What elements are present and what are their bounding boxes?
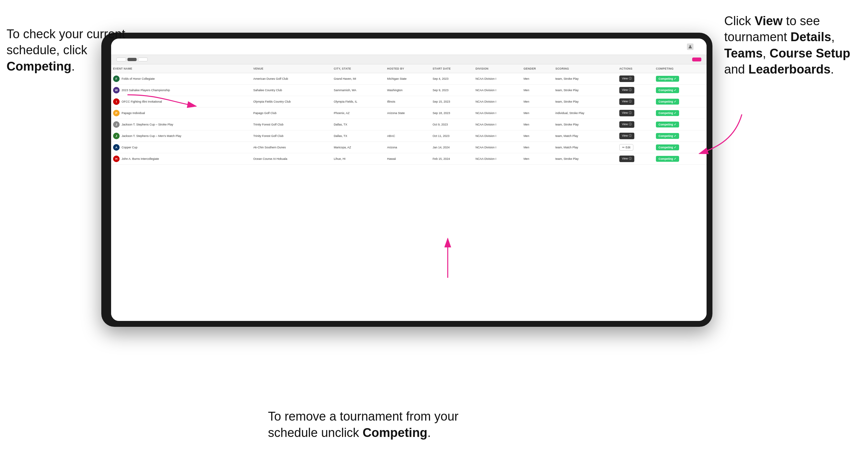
competing-badge[interactable]: Competing ✓	[656, 133, 679, 139]
start-date: Sep 4, 2023	[431, 73, 473, 85]
city-state: Dallas, TX	[332, 130, 385, 142]
team-logo: I	[113, 98, 120, 105]
gender: Men	[522, 119, 554, 130]
col-gender: GENDER	[522, 64, 554, 73]
event-name: Jackson T. Stephens Cup – Men's Match Pl…	[122, 134, 181, 137]
event-name-cell: J Jackson T. Stephens Cup – Men's Match …	[111, 130, 251, 142]
start-date: Sep 9, 2023	[431, 85, 473, 96]
event-name: John A. Burns Intercollegiate	[122, 157, 159, 160]
tab-all[interactable]	[138, 58, 148, 61]
gender: Men	[522, 85, 554, 96]
division: NCAA Division I	[473, 96, 522, 107]
competing-badge[interactable]: Competing ✓	[656, 122, 679, 127]
city-state: Lihue, HI	[332, 153, 385, 165]
hosted-by: Arizona State	[385, 107, 431, 119]
view-button[interactable]: View ⓘ	[619, 121, 634, 128]
hosted-by: Illinois	[385, 96, 431, 107]
table-row: F Folds of Honor Collegiate American Dun…	[111, 73, 707, 85]
tablet-frame: EVENT NAME VENUE CITY, STATE HOSTED BY S…	[101, 33, 712, 327]
competing-badge[interactable]: Competing ✓	[656, 145, 679, 150]
view-button[interactable]: View ⓘ	[619, 110, 634, 116]
view-button[interactable]: View ⓘ	[619, 133, 634, 139]
col-city-state: CITY, STATE	[332, 64, 385, 73]
view-button[interactable]: View ⓘ	[619, 156, 634, 162]
table-row: W 2023 Sahalee Players Championship Saha…	[111, 85, 707, 96]
view-button[interactable]: View ⓘ	[619, 87, 634, 93]
hosted-by: Hawaii	[385, 153, 431, 165]
start-date: Sep 15, 2023	[431, 96, 473, 107]
hosted-by: ABAC	[385, 130, 431, 142]
start-date: Jan 14, 2024	[431, 142, 473, 153]
competing-badge[interactable]: Competing ✓	[656, 156, 679, 162]
team-logo: P	[113, 110, 120, 116]
table-header-row: EVENT NAME VENUE CITY, STATE HOSTED BY S…	[111, 64, 707, 73]
nav-right	[687, 43, 700, 50]
gender: Men	[522, 96, 554, 107]
division: NCAA Division I	[473, 107, 522, 119]
table-body: F Folds of Honor Collegiate American Dun…	[111, 73, 707, 165]
competing-cell: Competing ✓	[654, 130, 707, 142]
competing-cell: Competing ✓	[654, 85, 707, 96]
user-icon	[687, 43, 693, 50]
actions-cell: View ⓘ	[617, 73, 654, 85]
event-name: Papago Individual	[122, 112, 145, 115]
table-row: J Jackson T. Stephens Cup – Stroke Play …	[111, 119, 707, 130]
event-name-cell: A Copper Cup	[111, 142, 251, 153]
hosted-by	[385, 119, 431, 130]
actions-cell: View ⓘ	[617, 153, 654, 165]
view-button[interactable]: View ⓘ	[619, 98, 634, 105]
city-state: Grand Haven, MI	[332, 73, 385, 85]
competing-badge[interactable]: Competing ✓	[656, 87, 679, 93]
tablet-screen: EVENT NAME VENUE CITY, STATE HOSTED BY S…	[111, 38, 707, 321]
svg-point-0	[689, 45, 691, 47]
table-row: I OFCC Fighting Illini Invitational Olym…	[111, 96, 707, 107]
event-name-cell: H John A. Burns Intercollegiate	[111, 153, 251, 165]
team-logo: F	[113, 75, 120, 82]
event-name-cell: F Folds of Honor Collegiate	[111, 73, 251, 85]
hosted-by: Arizona	[385, 142, 431, 153]
competing-badge[interactable]: Competing ✓	[656, 99, 679, 104]
event-name: 2023 Sahalee Players Championship	[122, 89, 170, 92]
create-button[interactable]	[692, 58, 701, 61]
event-name-cell: J Jackson T. Stephens Cup – Stroke Play	[111, 119, 251, 130]
division: NCAA Division I	[473, 130, 522, 142]
venue: Trinity Forest Golf Club	[251, 119, 332, 130]
venue: Ak-Chin Southern Dunes	[251, 142, 332, 153]
team-logo: J	[113, 121, 120, 128]
division: NCAA Division I	[473, 142, 522, 153]
scoring: team, Stroke Play	[553, 119, 617, 130]
col-competing: COMPETING	[654, 64, 707, 73]
competing-cell: Competing ✓	[654, 73, 707, 85]
city-state: Phoenix, AZ	[332, 107, 385, 119]
actions-cell: ✏ Edit	[617, 142, 654, 153]
start-date: Feb 15, 2024	[431, 153, 473, 165]
gender: Men	[522, 130, 554, 142]
scoring: team, Stroke Play	[553, 85, 617, 96]
venue: Olympia Fields Country Club	[251, 96, 332, 107]
annotation-top-right: Click View to see tournament Details, Te…	[724, 13, 862, 78]
start-date: Sep 18, 2023	[431, 107, 473, 119]
division: NCAA Division I	[473, 85, 522, 96]
competing-badge[interactable]: Competing ✓	[656, 76, 679, 82]
city-state: Maricopa, AZ	[332, 142, 385, 153]
scoring: team, Stroke Play	[553, 73, 617, 85]
competing-cell: Competing ✓	[654, 153, 707, 165]
col-start-date: START DATE	[431, 64, 473, 73]
scoring: team, Stroke Play	[553, 96, 617, 107]
city-state: Olympia Fields, IL	[332, 96, 385, 107]
col-division: DIVISION	[473, 64, 522, 73]
team-logo: H	[113, 156, 120, 162]
gender: Men	[522, 142, 554, 153]
view-button[interactable]: View ⓘ	[619, 75, 634, 82]
venue: Ocean Course At Hokuala	[251, 153, 332, 165]
event-name: Folds of Honor Collegiate	[122, 77, 155, 81]
table-row: A Copper Cup Ak-Chin Southern DunesMaric…	[111, 142, 707, 153]
gender: Men	[522, 153, 554, 165]
event-name: Jackson T. Stephens Cup – Stroke Play	[122, 123, 173, 126]
table-row: H John A. Burns Intercollegiate Ocean Co…	[111, 153, 707, 165]
competing-badge[interactable]: Competing ✓	[656, 110, 679, 116]
nav-links	[125, 45, 687, 48]
hosted-by: Michigan State	[385, 73, 431, 85]
annotation-bottom: To remove a tournament from your schedul…	[268, 408, 497, 441]
edit-button[interactable]: ✏ Edit	[619, 144, 633, 151]
